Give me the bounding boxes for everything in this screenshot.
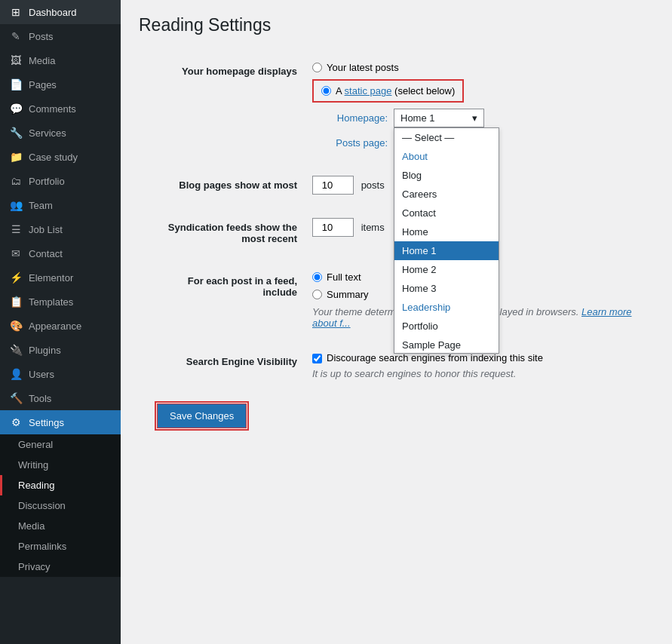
homepage-displays-cell: Your latest posts A static page (select …: [305, 51, 654, 164]
submenu-item-label: Media: [18, 520, 44, 532]
sidebar-submenu-item-reading[interactable]: Reading: [0, 475, 121, 495]
dropdown-item-home1[interactable]: Home 1: [394, 241, 499, 260]
sidebar-item-job-list[interactable]: ☰Job List: [0, 217, 121, 241]
sidebar-item-posts[interactable]: ✎Posts: [0, 24, 121, 48]
sidebar-item-settings[interactable]: ⚙Settings: [0, 410, 121, 434]
dropdown-item-blog[interactable]: Blog: [394, 166, 499, 185]
tools-icon: 🔨: [9, 392, 23, 404]
static-page-label: A static page (select below): [336, 85, 455, 97]
page-title: Reading Settings: [139, 15, 654, 35]
sidebar-item-label: Appearance: [29, 320, 81, 332]
blog-pages-suffix: posts: [361, 179, 385, 191]
sidebar-item-label: Templates: [29, 296, 73, 308]
discourage-label[interactable]: Discourage search engines from indexing …: [327, 352, 543, 363]
users-icon: 👤: [9, 368, 23, 380]
submenu-item-label: General: [18, 439, 53, 450]
appearance-icon: 🎨: [9, 320, 23, 332]
sidebar-item-media[interactable]: 🖼Media: [0, 48, 121, 72]
sidebar-item-team[interactable]: 👥Team: [0, 193, 121, 217]
dropdown-item-contact[interactable]: Contact: [394, 204, 499, 222]
homepage-displays-label: Your homepage displays: [139, 51, 305, 164]
sidebar-item-templates[interactable]: 📋Templates: [0, 290, 121, 314]
full-text-label[interactable]: Full text: [327, 271, 361, 283]
dropdown-item-home[interactable]: Home: [394, 222, 499, 241]
sidebar-item-pages[interactable]: 📄Pages: [0, 72, 121, 97]
dropdown-item-sample1[interactable]: Sample Page: [394, 336, 499, 354]
sidebar-item-contact[interactable]: ✉Contact: [0, 241, 121, 265]
sidebar-submenu-item-discussion[interactable]: Discussion: [0, 495, 121, 516]
sidebar-item-case-study[interactable]: 📁Case study: [0, 145, 121, 169]
sidebar-item-label: Tools: [29, 393, 51, 404]
feed-include-label: For each post in a feed, include: [139, 260, 305, 341]
homepage-dropdown-trigger[interactable]: Home 1 ▾: [394, 109, 484, 127]
blog-pages-input[interactable]: [312, 176, 354, 195]
dropdown-item-about[interactable]: About: [394, 147, 499, 166]
sidebar-item-appearance[interactable]: 🎨Appearance: [0, 314, 121, 338]
case-study-icon: 📁: [9, 151, 23, 163]
latest-posts-label[interactable]: Your latest posts: [327, 62, 399, 73]
dropdown-item-careers[interactable]: Careers: [394, 185, 499, 204]
sidebar-submenu-item-general[interactable]: General: [0, 434, 121, 455]
static-page-radio[interactable]: [321, 86, 331, 96]
summary-radio[interactable]: [312, 290, 322, 299]
services-icon: 🔧: [9, 127, 23, 139]
sidebar-item-label: Case study: [29, 152, 78, 163]
sidebar-item-dashboard[interactable]: ⊞Dashboard: [0, 0, 121, 24]
homepage-dropdown-wrapper: Home 1 ▾ — Select —AboutBlogCareersConta…: [394, 109, 484, 127]
contact-icon: ✉: [9, 247, 23, 259]
search-engine-check-row: Discourage search engines from indexing …: [312, 352, 636, 363]
full-text-radio[interactable]: [312, 272, 322, 282]
dropdown-item-leadership[interactable]: Leadership: [394, 298, 499, 317]
sidebar-item-label: Team: [29, 200, 53, 211]
chevron-down-icon: ▾: [472, 112, 477, 124]
homepage-field-label: Homepage:: [327, 112, 388, 124]
sidebar-item-elementor[interactable]: ⚡Elementor: [0, 265, 121, 290]
sidebar-item-label: Pages: [29, 79, 57, 90]
syndication-input[interactable]: [312, 218, 354, 237]
settings-form: Your homepage displays Your latest posts…: [139, 51, 654, 440]
latest-posts-radio[interactable]: [312, 63, 322, 72]
dropdown-item-portfolio[interactable]: Portfolio: [394, 317, 499, 336]
sidebar-item-users[interactable]: 👤Users: [0, 362, 121, 386]
summary-label[interactable]: Summary: [327, 289, 369, 300]
discourage-checkbox[interactable]: [312, 354, 322, 363]
homepage-displays-row: Your homepage displays Your latest posts…: [139, 51, 654, 164]
elementor-icon: ⚡: [9, 271, 23, 284]
sidebar-item-services[interactable]: 🔧Services: [0, 121, 121, 145]
media-icon: 🖼: [9, 54, 23, 66]
sidebar-item-label: Services: [29, 127, 66, 139]
plugins-icon: 🔌: [9, 344, 23, 356]
submit-row: Save Changes: [139, 391, 654, 440]
dropdown-item-home2[interactable]: Home 2: [394, 260, 499, 279]
sidebar-item-label: Settings: [29, 417, 64, 428]
posts-icon: ✎: [9, 30, 23, 42]
sidebar-item-tools[interactable]: 🔨Tools: [0, 386, 121, 410]
blog-pages-label: Blog pages show at most: [139, 164, 305, 207]
dropdown-item-home3[interactable]: Home 3: [394, 279, 499, 298]
posts-page-field-label: Posts page:: [327, 137, 388, 149]
sidebar-item-label: Job List: [29, 224, 63, 235]
submenu-item-label: Privacy: [18, 561, 51, 572]
team-icon: 👥: [9, 199, 23, 211]
sidebar: ⊞Dashboard✎Posts🖼Media📄Pages💬Comments🔧Se…: [0, 0, 121, 644]
sidebar-item-portfolio[interactable]: 🗂Portfolio: [0, 169, 121, 193]
homepage-dropdown-list[interactable]: — Select —AboutBlogCareersContactHomeHom…: [394, 127, 499, 354]
dropdown-item-select[interactable]: — Select —: [394, 128, 499, 147]
sidebar-item-comments[interactable]: 💬Comments: [0, 97, 121, 121]
sidebar-submenu-item-writing[interactable]: Writing: [0, 455, 121, 475]
sidebar-submenu-item-permalinks[interactable]: Permalinks: [0, 536, 121, 557]
sidebar-submenu-item-media[interactable]: Media: [0, 516, 121, 536]
submenu-item-label: Writing: [18, 459, 48, 471]
comments-icon: 💬: [9, 103, 23, 115]
save-button[interactable]: Save Changes: [157, 403, 247, 428]
sidebar-item-label: Media: [29, 55, 55, 66]
static-page-link[interactable]: static page: [345, 85, 392, 97]
main-content: Reading Settings Your homepage displays …: [121, 0, 672, 644]
syndication-suffix: items: [361, 222, 385, 233]
sidebar-item-label: Contact: [29, 248, 63, 259]
sidebar-item-label: Dashboard: [29, 7, 77, 18]
sidebar-item-plugins[interactable]: 🔌Plugins: [0, 338, 121, 362]
submenu-item-label: Discussion: [18, 500, 66, 511]
sidebar-submenu-item-privacy[interactable]: Privacy: [0, 557, 121, 577]
sidebar-item-label: Elementor: [29, 272, 73, 284]
